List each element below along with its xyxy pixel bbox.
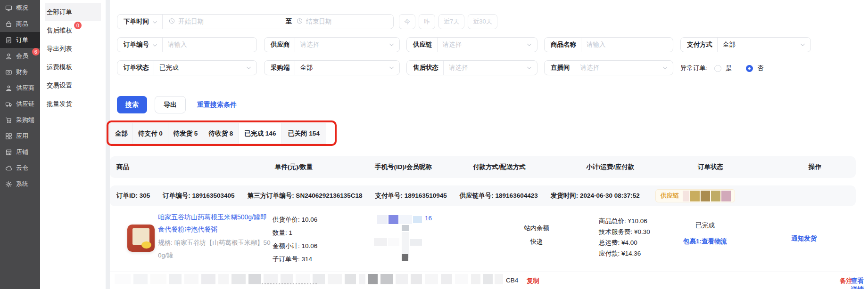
remark-link[interactable]: 备注 (840, 277, 852, 285)
redacted-mosaic (115, 274, 131, 284)
clock-icon (169, 18, 175, 25)
order-time-filter[interactable]: 下单时间 开始日期 至 结束日期 (117, 14, 394, 29)
column-header-手机号(ID)/会员昵称: 手机号(ID)/会员昵称 (375, 163, 432, 171)
tab-全部[interactable]: 全部 (110, 123, 133, 144)
delivery-method: 快递 (506, 235, 567, 249)
order-no-input[interactable]: 请输入 (163, 38, 256, 52)
goods-total: 商品总价: ¥10.06 (599, 216, 650, 226)
chevron-down-icon (152, 41, 157, 48)
sidebar-item-云仓[interactable]: 云仓 (0, 160, 40, 176)
sidebar-item-店铺[interactable]: 店铺 (0, 144, 40, 160)
quick-date-button-今[interactable]: 今 (399, 14, 415, 29)
sidebar-item-应用[interactable]: 应用 (0, 128, 40, 144)
cart-icon (5, 117, 12, 124)
redacted-mosaic (328, 274, 342, 284)
end-date-input[interactable]: 结束日期 (293, 15, 393, 29)
quick-date-button-昨[interactable]: 昨 (419, 14, 435, 29)
sidebar-item-采购端[interactable]: 采购端 (0, 112, 40, 128)
order-status-text: 已完成 (676, 221, 735, 230)
view-detail-link[interactable]: 查看详情 (851, 277, 868, 289)
sidebar-item-商品[interactable]: 商品 (0, 16, 40, 32)
quick-date-button-近30天[interactable]: 近30天 (468, 14, 497, 29)
redacted-mosaic (150, 274, 166, 284)
submenu-item-导出列表[interactable]: 导出列表 (45, 40, 101, 58)
submenu-item-售后维权[interactable]: 售后维权0 (45, 21, 101, 40)
abnormal-yes-label[interactable]: 是 (726, 64, 732, 72)
tab-待收货 8[interactable]: 待收货 8 (203, 123, 239, 144)
tab-待支付 0[interactable]: 待支付 0 (133, 123, 168, 144)
submenu-item-交易设置[interactable]: 交易设置 (45, 76, 101, 95)
sidebar-item-label: 商品 (16, 20, 28, 28)
submenu-item-运费模板[interactable]: 运费模板 (45, 58, 101, 76)
chevron-down-icon (246, 66, 251, 70)
chevron-down-icon (389, 66, 394, 70)
product-title-link[interactable]: 咱家五谷坊山药葛根玉米糊500g/罐即食代餐粉冲泡代餐粥 (158, 211, 271, 235)
order-status-select[interactable]: 已完成 (154, 61, 256, 75)
submenu-item-批量发货[interactable]: 批量发货 (45, 95, 101, 113)
export-button[interactable]: 导出 (155, 96, 186, 113)
redacted-mosaic (402, 254, 408, 261)
search-button[interactable]: 搜索 (117, 96, 147, 113)
column-header-商品: 商品 (116, 163, 129, 171)
monitor-icon (5, 5, 12, 12)
redacted-mosaic (389, 215, 398, 224)
purchase-end-filter[interactable]: 采购端 全部 (264, 60, 400, 75)
sidebar-item-供应商[interactable]: 供应商 (0, 80, 40, 96)
package-logistics-link[interactable]: 包裹1:查看物流 (683, 235, 727, 247)
supplier-filter[interactable]: 供应商 请选择 (264, 37, 400, 52)
sidebar-item-系统[interactable]: 系统 (0, 176, 40, 192)
redacted-mosaic (425, 274, 438, 284)
sidebar-item-供应链[interactable]: 供应链 (0, 96, 40, 112)
supply-chain-filter[interactable]: 供应链 请选择 (406, 37, 537, 52)
reset-search-link[interactable]: 重置搜索条件 (197, 101, 237, 109)
supply-chain-badge: 供应链 (655, 189, 735, 202)
tab-已关闭 154[interactable]: 已关闭 154 (282, 123, 326, 144)
sidebar-item-订单[interactable]: 订单 (0, 32, 40, 48)
product-name-input[interactable]: 请输入 (581, 38, 673, 52)
pay-method-select[interactable]: 全部 (718, 38, 810, 52)
order-no-filter[interactable]: 订单编号 请输入 (117, 37, 257, 52)
time-type-select[interactable]: 下单时间 (117, 15, 162, 29)
chevron-down-icon (800, 43, 805, 47)
sidebar-item-label: 概况 (16, 4, 28, 12)
order-status-filter[interactable]: 订单状态 已完成 (117, 60, 257, 75)
sidebar-item-概况[interactable]: 概况 (0, 0, 40, 16)
supply-chain-select[interactable]: 请选择 (438, 38, 537, 52)
chevron-down-icon (527, 66, 532, 70)
redacted-mosaic (683, 191, 689, 201)
sidebar-item-label: 店铺 (16, 148, 28, 156)
notify-ship-link[interactable]: 通知发货 (776, 234, 832, 243)
service-fee: 技术服务费: ¥0.30 (599, 226, 650, 237)
sidebar-item-label: 订单 (16, 36, 28, 44)
copy-link[interactable]: 复制 (527, 277, 539, 285)
member-id-visible[interactable]: 16 (425, 215, 432, 222)
product-name-filter[interactable]: 商品名称 请输入 (544, 37, 673, 52)
after-sale-status-select[interactable]: 请选择 (444, 61, 537, 75)
sidebar-item-财务[interactable]: 财务 (0, 64, 40, 80)
column-header-小计/运费/应付款: 小计/运费/应付款 (586, 163, 634, 171)
pay-method-filter[interactable]: 支付方式 全部 (680, 37, 811, 52)
redacted-mosaic (441, 274, 452, 284)
abnormal-yes-radio[interactable] (714, 65, 721, 72)
payment-delivery-column: 站内余额 快递 (506, 221, 567, 249)
redacted-mosaic (711, 191, 720, 201)
submenu-item-全部订单[interactable]: 全部订单 (45, 3, 101, 21)
product-image[interactable] (127, 225, 155, 252)
column-header-单件(元)/数量: 单件(元)/数量 (275, 163, 313, 171)
quick-date-button-近7天[interactable]: 近7天 (438, 14, 464, 29)
live-room-select[interactable]: 请选择 (575, 61, 673, 75)
abnormal-no-radio[interactable] (746, 65, 753, 72)
after-sale-status-filter[interactable]: 售后状态 请选择 (406, 60, 537, 75)
tab-待发货 5[interactable]: 待发货 5 (168, 123, 203, 144)
purchase-end-select[interactable]: 全部 (295, 61, 400, 75)
clock-icon (297, 18, 303, 25)
cloud-icon (5, 165, 12, 172)
supplier-select[interactable]: 请选择 (295, 38, 400, 52)
start-date-input[interactable]: 开始日期 (163, 15, 285, 29)
sidebar-item-label: 财务 (16, 68, 28, 76)
abnormal-no-label[interactable]: 否 (757, 64, 764, 72)
third-party-order-no: 第三方订单编号: SN2406292136135C18 (248, 192, 363, 200)
live-room-filter[interactable]: 直播间 请选择 (544, 60, 673, 75)
tab-已完成 146[interactable]: 已完成 146 (239, 123, 282, 144)
sidebar-item-会员[interactable]: 会员6 (0, 48, 40, 64)
